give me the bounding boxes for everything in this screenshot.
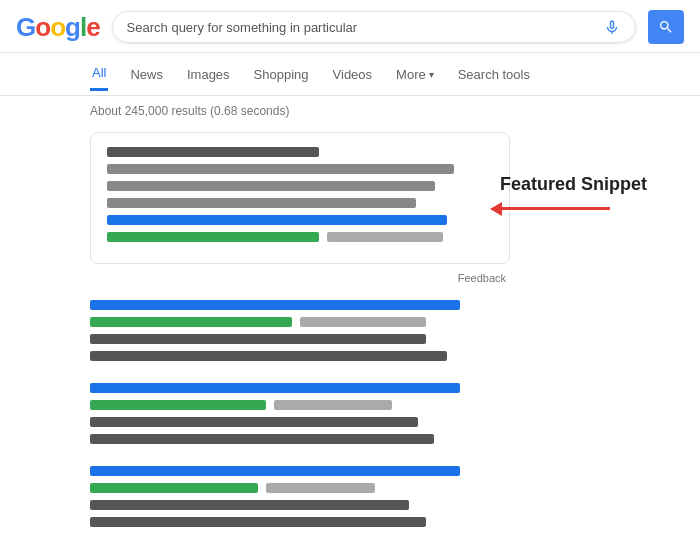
featured-snippet-arrow	[500, 207, 610, 210]
search-icon	[658, 19, 674, 35]
snippet-text-bar-3	[107, 198, 416, 208]
search-input[interactable]	[127, 20, 595, 35]
snippet-text-bar-2	[107, 181, 435, 191]
result2-text-bar-1	[90, 417, 418, 427]
results-column: Feedback	[90, 132, 510, 545]
search-button[interactable]	[648, 10, 684, 44]
nav-tabs: All News Images Shopping Videos More ▾ S…	[0, 53, 700, 96]
google-logo: Google	[16, 12, 100, 43]
header: Google	[0, 0, 700, 53]
result1-gray-bar	[300, 317, 426, 327]
tab-search-tools[interactable]: Search tools	[456, 59, 532, 90]
tab-videos[interactable]: Videos	[331, 59, 375, 90]
tab-images[interactable]: Images	[185, 59, 232, 90]
result-item-3	[90, 466, 510, 527]
result-item-1	[90, 300, 510, 361]
main-content: Feedback	[0, 124, 700, 545]
result1-text-bar-2	[90, 351, 447, 361]
result2-link-bar[interactable]	[90, 383, 460, 393]
tab-all[interactable]: All	[90, 57, 108, 91]
result3-green-bar	[90, 483, 258, 493]
annotation-area: Featured Snippet	[500, 124, 700, 210]
snippet-gray-bar	[327, 232, 443, 242]
result2-text-bar-2	[90, 434, 434, 444]
snippet-text-bar-1	[107, 164, 454, 174]
result1-link-bar[interactable]	[90, 300, 460, 310]
snippet-title-bar	[107, 147, 319, 157]
results-info: About 245,000 results (0.68 seconds)	[0, 96, 700, 124]
tab-shopping[interactable]: Shopping	[252, 59, 311, 90]
result3-link-bar[interactable]	[90, 466, 460, 476]
tab-more[interactable]: More ▾	[394, 59, 436, 90]
result3-text-bar-1	[90, 500, 409, 510]
tab-news[interactable]: News	[128, 59, 165, 90]
featured-snippet-label: Featured Snippet	[500, 174, 647, 195]
search-bar[interactable]	[112, 11, 636, 43]
result1-green-bar	[90, 317, 292, 327]
result1-text-bar-1	[90, 334, 426, 344]
result3-text-bar-2	[90, 517, 426, 527]
snippet-green-bar	[107, 232, 319, 242]
more-chevron-icon: ▾	[429, 69, 434, 80]
result-item-2	[90, 383, 510, 444]
mic-icon[interactable]	[603, 18, 621, 36]
result3-gray-bar	[266, 483, 375, 493]
result2-gray-bar	[274, 400, 392, 410]
snippet-link-bar[interactable]	[107, 215, 447, 225]
result2-green-bar	[90, 400, 266, 410]
feedback-text[interactable]: Feedback	[90, 272, 510, 284]
featured-snippet-box	[90, 132, 510, 264]
